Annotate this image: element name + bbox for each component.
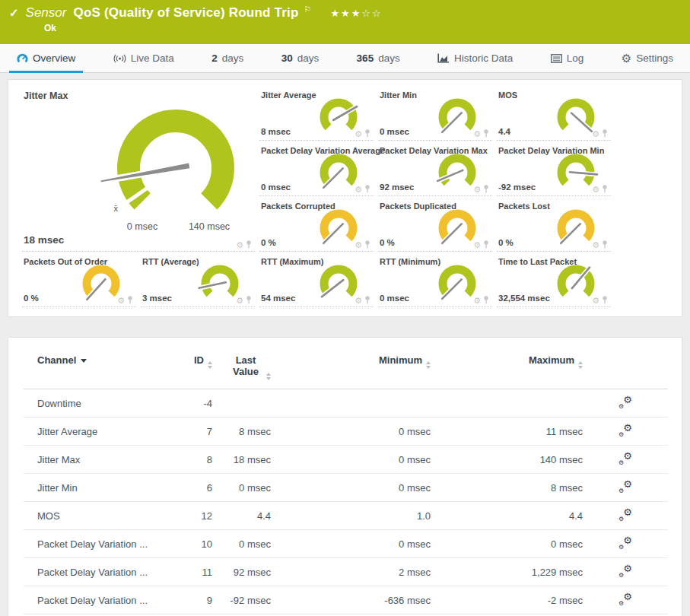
sort-icon	[426, 361, 431, 369]
gauge-tile-time-to-last-packet: Time to Last Packet32,554 msec⚙	[497, 254, 611, 307]
gear-icon[interactable]: ⚙	[355, 186, 362, 193]
tab-2-days[interactable]: 2days	[208, 44, 246, 72]
tile-actions: ⚙	[592, 296, 608, 304]
tab-live-data[interactable]: Live Data	[110, 44, 177, 72]
tile-actions: ⚙	[355, 185, 370, 193]
gear-icon[interactable]: ⚙	[592, 297, 599, 304]
gauge-tile-rtt-average: RTT (Average)3 msec⚙	[141, 254, 255, 307]
priority-stars[interactable]: ★★★☆☆	[330, 8, 382, 19]
tab-overview[interactable]: Overview	[14, 44, 78, 72]
tile-actions: ⚙	[355, 240, 370, 249]
id-cell: 7	[168, 418, 212, 446]
channel-cell: Packet Delay Variation ...	[24, 558, 168, 586]
table-row-jitter-max: Jitter Max818 msec0 msec140 msec⚙⚙	[24, 446, 668, 474]
id-cell: 6	[168, 474, 212, 502]
pin-icon[interactable]	[364, 185, 370, 193]
maximum-cell: 4.4	[431, 502, 583, 530]
pin-icon[interactable]	[602, 240, 608, 249]
pin-icon[interactable]	[483, 240, 489, 249]
gauge-title: Jitter Max	[24, 90, 68, 101]
id-cell: 12	[168, 502, 212, 530]
gear-icon[interactable]: ⚙	[473, 241, 481, 249]
status-check-icon: ✓	[9, 6, 19, 20]
gauge-title: Jitter Min	[380, 90, 417, 100]
channel-settings-icon[interactable]: ⚙⚙	[618, 396, 632, 408]
channel-settings-icon[interactable]: ⚙⚙	[618, 537, 632, 548]
gear-icon[interactable]: ⚙	[473, 297, 481, 304]
column-header-last-value[interactable]: Last Value	[212, 350, 271, 389]
column-header-channel[interactable]: Channel	[24, 350, 168, 389]
gear-icon[interactable]: ⚙	[236, 297, 243, 304]
pin-icon[interactable]	[483, 129, 489, 138]
sensor-title-row: ✓ Sensor QoS (Quality of Service) Round …	[9, 5, 679, 21]
sort-icon	[578, 361, 583, 369]
gear-icon[interactable]: ⚙	[117, 297, 125, 304]
gear-icon[interactable]: ⚙	[236, 241, 243, 249]
tab-historic-data[interactable]: Historic Data	[434, 44, 516, 72]
gauge-scale-min: 0 msec	[127, 221, 157, 232]
gauges-panel: Jitter Maxx̄0 msec140 msec18 msec⚙Jitter…	[8, 79, 682, 317]
tab-log[interactable]: Log	[548, 44, 587, 72]
minimum-cell: 1.0	[271, 502, 431, 530]
channel-settings-icon[interactable]: ⚙⚙	[618, 565, 632, 576]
gear-icon[interactable]: ⚙	[473, 186, 481, 193]
status-badge: Ok	[44, 23, 679, 33]
gear-icon[interactable]: ⚙	[355, 241, 362, 249]
table-row-mos: MOS124.41.04.4⚙⚙	[24, 502, 668, 530]
gauge-value: 3 msec	[142, 294, 172, 303]
table-row-packet-delay-variation: Packet Delay Variation ...9-92 msec-636 …	[24, 586, 668, 614]
gear-icon[interactable]: ⚙	[592, 186, 599, 193]
minimum-cell: 0 msec	[271, 446, 431, 474]
pin-icon[interactable]	[602, 296, 608, 304]
gauge-value: 0 %	[380, 238, 395, 247]
pin-icon[interactable]	[483, 296, 489, 304]
gear-icon[interactable]: ⚙	[355, 297, 362, 304]
channel-settings-icon[interactable]: ⚙⚙	[618, 452, 632, 464]
column-header-id[interactable]: ID	[168, 350, 212, 389]
tab-365-days[interactable]: 365days	[354, 44, 403, 72]
channels-table: ChannelIDLast ValueMinimumMaximum Downti…	[24, 350, 668, 616]
channel-settings-icon[interactable]: ⚙⚙	[618, 424, 632, 436]
gauge-value: -92 msec	[498, 183, 536, 192]
column-header-actions	[583, 350, 668, 389]
pin-icon[interactable]	[602, 185, 608, 193]
channel-settings-icon[interactable]: ⚙⚙	[618, 593, 632, 605]
channel-settings-icon[interactable]: ⚙⚙	[618, 509, 632, 520]
pin-icon[interactable]	[483, 185, 489, 193]
gauge-value: 4.4	[498, 127, 510, 136]
channel-settings-icon[interactable]: ⚙⚙	[618, 481, 632, 492]
column-header-maximum[interactable]: Maximum	[431, 350, 583, 389]
flag-icon[interactable]: ⚐	[304, 5, 312, 14]
tile-actions: ⚙	[236, 240, 252, 249]
table-row-downtime: Downtime-4⚙⚙	[24, 389, 668, 418]
pin-icon[interactable]	[602, 129, 608, 138]
tile-actions: ⚙	[473, 296, 489, 304]
table-row-jitter-average: Jitter Average78 msec0 msec11 msec⚙⚙	[24, 418, 668, 446]
pin-icon[interactable]	[246, 240, 252, 249]
pin-icon[interactable]	[246, 296, 252, 304]
maximum-cell: 8 msec	[431, 474, 583, 502]
pin-icon[interactable]	[364, 240, 370, 249]
actions-cell: ⚙⚙	[583, 502, 668, 530]
gear-icon[interactable]: ⚙	[592, 241, 599, 249]
column-header-minimum[interactable]: Minimum	[271, 350, 431, 389]
channel-cell: Jitter Average	[24, 418, 168, 446]
tile-actions: ⚙	[355, 129, 370, 138]
pin-icon[interactable]	[364, 296, 370, 304]
gear-icon[interactable]: ⚙	[592, 130, 599, 138]
tab-30-days[interactable]: 30days	[278, 44, 323, 72]
gear-icon[interactable]: ⚙	[355, 130, 362, 138]
gauge-tile-rtt-minimum: RTT (Minimum)0 msec⚙	[378, 254, 492, 307]
pin-icon[interactable]	[127, 296, 133, 304]
tab-label: Log	[567, 52, 584, 64]
gear-icon[interactable]: ⚙	[473, 130, 481, 138]
tab-number: 2	[211, 52, 218, 64]
tab-settings[interactable]: ⚙Settings	[618, 44, 676, 72]
pin-icon[interactable]	[364, 129, 370, 138]
actions-cell: ⚙⚙	[583, 418, 668, 446]
prtg-sensor-page: ✓ Sensor QoS (Quality of Service) Round …	[0, 0, 690, 616]
tab-label: days	[378, 52, 400, 64]
broadcast-icon	[113, 54, 126, 63]
last-value-cell: 8 msec	[212, 418, 271, 446]
actions-cell: ⚙⚙	[583, 446, 668, 474]
